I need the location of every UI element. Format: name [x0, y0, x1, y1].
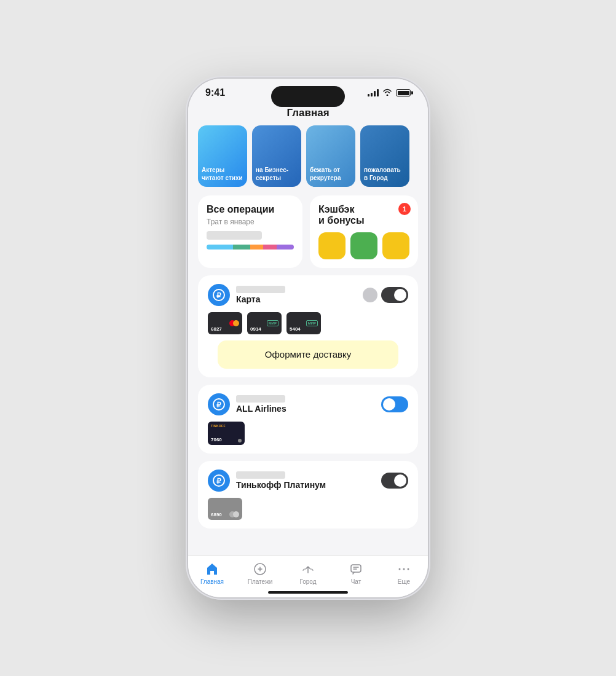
account-section-airlines[interactable]: ₽ ALL Airlines	[198, 385, 418, 454]
story-chip-3[interactable]: бежать от рекрутера	[306, 125, 355, 187]
cashback-title: Кэшбэки бонусы	[318, 204, 409, 226]
story-label-1: Актеры читают стихи	[202, 166, 243, 182]
platinum-toggle[interactable]	[381, 473, 408, 489]
mastercard-logo	[229, 320, 239, 326]
all-operations-widget[interactable]: Все операции Трат в январе	[198, 195, 302, 268]
mini-card-5404[interactable]: МИР 5404	[286, 312, 321, 334]
airlines-card-dot	[238, 439, 242, 442]
cashback-dot-2	[350, 232, 377, 259]
svg-text:₽: ₽	[216, 477, 221, 485]
account-right-karta	[363, 287, 408, 303]
status-icons	[368, 88, 411, 98]
phone-screen: 9:41 Главная	[188, 79, 428, 597]
nav-label-home: Главная	[200, 578, 224, 585]
svg-rect-7	[351, 565, 361, 572]
more-icon	[397, 562, 411, 576]
account-icon-airlines: ₽	[208, 393, 230, 415]
all-operations-title: Все операции	[207, 204, 294, 215]
platinum-card-bottom: 6890	[211, 511, 239, 517]
tinkoff-label: TINKOFF	[211, 424, 242, 428]
page-title: Главная	[198, 107, 418, 119]
svg-point-9	[403, 568, 405, 570]
signal-icon	[368, 89, 379, 96]
svg-text:₽: ₽	[216, 401, 221, 409]
platinum-amount-blur	[236, 471, 285, 479]
mir-badge-5404: МИР	[306, 320, 318, 326]
story-label-2: на Бизнес-секреты	[256, 166, 298, 182]
account-section-platinum[interactable]: ₽ Тинькофф Платинум	[198, 461, 418, 529]
karta-toggle[interactable]	[381, 287, 408, 303]
cashback-badge: 1	[398, 203, 411, 215]
mini-card-6827[interactable]: 6827	[208, 312, 242, 334]
platinum-card-6890[interactable]: 6890	[208, 498, 242, 520]
nav-label-city: Город	[299, 578, 316, 585]
nav-item-chat[interactable]: Чат	[338, 562, 374, 585]
nav-label-payments: Платежи	[248, 578, 273, 585]
mastercard-logo-platinum	[229, 511, 239, 517]
card-number-0914: 0914	[250, 326, 278, 332]
delivery-text: Оформите доставку	[265, 349, 351, 360]
story-label-4: пожаловать в Город	[364, 166, 406, 182]
cashback-dot-1	[318, 232, 346, 259]
karta-avatar	[363, 288, 377, 302]
operations-amount-blur	[207, 231, 262, 240]
card-number-5404: 5404	[290, 326, 318, 332]
karta-name: Карта	[236, 294, 285, 304]
payments-icon	[253, 562, 267, 576]
city-icon	[301, 562, 315, 576]
home-icon	[205, 562, 219, 576]
nav-item-more[interactable]: Еще	[385, 562, 422, 585]
karta-amount-blur	[236, 286, 285, 293]
airlines-card-bottom: 7060	[211, 437, 242, 442]
status-time: 9:41	[205, 87, 225, 98]
mir-badge-0914: МИР	[267, 320, 278, 326]
platinum-cards-row: 6890	[208, 498, 408, 520]
account-right-airlines	[381, 396, 408, 412]
all-airlines-card-7060[interactable]: TINKOFF 7060	[208, 422, 245, 445]
delivery-banner[interactable]: Оформите доставку	[218, 340, 398, 369]
account-right-platinum	[381, 473, 408, 489]
account-left-airlines: ₽ ALL Airlines	[208, 393, 286, 415]
account-info-platinum: Тинькофф Платинум	[236, 471, 326, 490]
airlines-cards-row: TINKOFF 7060	[208, 422, 408, 445]
chat-icon	[349, 562, 363, 576]
nav-label-more: Еще	[398, 578, 410, 585]
karta-cards-row: 6827 МИР 0914 МИР 5404	[208, 312, 408, 334]
stories-row: Актеры читают стихи на Бизнес-секреты бе…	[188, 125, 428, 195]
story-chip-4[interactable]: пожаловать в Город	[360, 125, 409, 187]
story-chip-2[interactable]: на Бизнес-секреты	[252, 125, 301, 187]
account-header-karta: ₽ Карта	[208, 284, 408, 306]
nav-item-payments[interactable]: Платежи	[242, 562, 278, 585]
story-label-3: бежать от рекрутера	[310, 166, 352, 182]
account-left-platinum: ₽ Тинькофф Платинум	[208, 470, 326, 492]
karta-toggle-thumb	[394, 289, 406, 301]
spending-progress-bar	[207, 245, 294, 250]
account-header-platinum: ₽ Тинькофф Платинум	[208, 470, 408, 492]
story-chip-1[interactable]: Актеры читают стихи	[198, 125, 247, 187]
nav-label-chat: Чат	[351, 578, 361, 585]
cashback-widget[interactable]: 1 Кэшбэки бонусы	[310, 195, 418, 268]
mini-card-0914[interactable]: МИР 0914	[247, 312, 282, 334]
cashback-icons	[318, 232, 409, 259]
account-info-karta: Карта	[236, 286, 285, 304]
account-icon-karta: ₽	[208, 284, 230, 306]
card-number-7060: 7060	[211, 437, 222, 442]
svg-point-8	[399, 568, 401, 570]
platinum-toggle-thumb	[394, 474, 406, 487]
airlines-amount-blur	[236, 395, 285, 403]
account-info-airlines: ALL Airlines	[236, 395, 286, 414]
wifi-icon	[382, 88, 392, 98]
dynamic-island	[271, 86, 345, 107]
account-left-karta: ₽ Карта	[208, 284, 285, 306]
svg-point-10	[408, 568, 409, 570]
svg-text:₽: ₽	[216, 291, 221, 300]
card-number-6827: 6827	[211, 326, 239, 332]
airlines-toggle-thumb	[383, 398, 395, 411]
phone-frame: 9:41 Главная	[188, 79, 428, 597]
battery-icon	[396, 89, 411, 96]
account-section-karta[interactable]: ₽ Карта	[198, 275, 418, 377]
scroll-content[interactable]: Актеры читают стихи на Бизнес-секреты бе…	[188, 125, 428, 597]
airlines-toggle[interactable]	[381, 396, 408, 412]
nav-item-home[interactable]: Главная	[194, 562, 231, 585]
nav-item-city[interactable]: Город	[290, 562, 326, 585]
